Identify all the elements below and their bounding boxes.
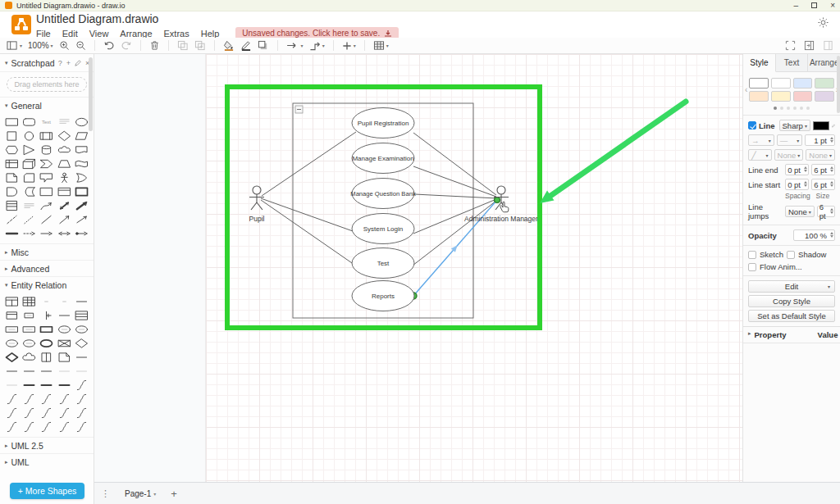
shape-er-scurve[interactable] <box>3 406 21 420</box>
shape-rounded-rectangle[interactable] <box>21 115 38 129</box>
shape-cube[interactable] <box>21 157 38 170</box>
shape-er-diamond[interactable] <box>73 336 90 350</box>
set-default-style-button[interactable]: Set as Default Style <box>748 310 835 322</box>
scratchpad-header[interactable]: ▾ Scratchpad ? + × <box>0 54 94 72</box>
shape-er-scurve[interactable] <box>21 420 38 434</box>
shape-er-scurve[interactable] <box>73 392 90 406</box>
shape-triangle[interactable] <box>21 143 38 157</box>
section-misc[interactable]: ▸Misc <box>0 243 94 260</box>
shape-diag-arrow[interactable] <box>56 212 73 226</box>
shape-er-scurve[interactable] <box>38 420 55 434</box>
shape-er-scurve[interactable] <box>73 406 90 420</box>
style-preset-swatch[interactable] <box>793 91 813 102</box>
shape-dotted-line[interactable] <box>21 212 38 226</box>
scratchpad-add-icon[interactable]: + <box>66 59 71 67</box>
view-panels-button[interactable]: ▾ <box>7 40 22 51</box>
edge-admin-questionbank[interactable] <box>414 194 497 198</box>
shape-er-note[interactable] <box>56 350 73 364</box>
shape-list[interactable] <box>3 198 21 212</box>
waypoint-none-dropdown[interactable]: None▾ <box>774 149 804 161</box>
shape-er-hline-faint[interactable] <box>3 378 21 392</box>
maximize-button[interactable] <box>811 2 817 8</box>
shape-er-hline[interactable] <box>56 308 73 322</box>
shape-arrow-dot[interactable] <box>73 226 90 240</box>
line-color-edit-icon[interactable] <box>832 122 835 129</box>
shape-cloud[interactable] <box>56 143 73 157</box>
shape-er-scurve[interactable] <box>56 420 73 434</box>
shape-er-hline[interactable] <box>73 350 90 364</box>
copy-button[interactable] <box>177 40 189 51</box>
shape-er-dash[interactable] <box>38 294 55 308</box>
shape-text[interactable]: Text <box>38 115 55 129</box>
usecase-manage-question-bank[interactable]: Manage Question Bank <box>350 179 416 209</box>
shape-er-ellipse-bold[interactable] <box>38 336 55 350</box>
shape-circle[interactable] <box>21 129 38 143</box>
shape-thin-line[interactable] <box>38 212 55 226</box>
style-preset-swatch[interactable] <box>793 78 813 89</box>
section-general[interactable]: ▾General <box>0 97 94 113</box>
shape-er-scurve[interactable] <box>3 392 21 406</box>
section-advanced[interactable]: ▸Advanced <box>0 260 94 276</box>
shape-er-scurve[interactable] <box>38 392 55 406</box>
flow-animation-checkbox[interactable] <box>748 263 756 271</box>
edge-pupil-test[interactable] <box>261 200 354 265</box>
shape-er-hline[interactable] <box>3 364 21 378</box>
theme-toggle-icon[interactable] <box>818 16 829 31</box>
zoom-out-button[interactable] <box>75 40 86 51</box>
opacity-spinner[interactable]: 100 % <box>793 229 835 241</box>
section-uml25[interactable]: ▸UML 2.5 <box>0 437 94 453</box>
menu-extras[interactable]: Extras <box>164 29 189 39</box>
shape-dotted-arrow[interactable] <box>21 226 38 240</box>
shape-container-title[interactable] <box>56 184 73 198</box>
section-uml[interactable]: ▸UML <box>0 453 94 470</box>
section-entity-relation[interactable]: ▾Entity Relation <box>0 276 94 293</box>
style-preset-swatch[interactable] <box>771 91 791 102</box>
shape-er-hline-bold[interactable] <box>56 378 73 392</box>
actor-pupil[interactable]: Pupil <box>249 186 265 223</box>
edge-pupil-registration[interactable] <box>262 132 356 196</box>
duplicate-button[interactable] <box>194 40 206 51</box>
scratchpad-edit-icon[interactable] <box>75 60 81 66</box>
shape-arrow-thick[interactable] <box>73 198 90 212</box>
edge-admin-examination[interactable] <box>413 166 496 197</box>
page-dot[interactable] <box>787 107 790 110</box>
shape-er-scurve[interactable] <box>21 392 38 406</box>
shape-square[interactable] <box>3 129 21 143</box>
shape-er-table-grid[interactable] <box>21 294 38 308</box>
shape-tape[interactable] <box>73 157 90 170</box>
shape-er-table-small[interactable] <box>3 308 21 322</box>
shape-hexagon[interactable] <box>3 143 21 157</box>
page-dot[interactable] <box>800 107 803 110</box>
delete-button[interactable] <box>149 40 160 51</box>
sketch-checkbox[interactable] <box>748 251 756 259</box>
line-start-spacing-spinner[interactable]: 0 pt <box>785 179 809 190</box>
property-table-header[interactable]: ▸ Property Value <box>743 326 840 343</box>
shape-er-table-rows[interactable] <box>73 308 90 322</box>
shape-dashed-line[interactable] <box>3 212 21 226</box>
shape-step[interactable] <box>38 157 55 170</box>
shape-rectangle[interactable] <box>3 115 21 129</box>
page-tab[interactable]: Page-1 ▾ <box>118 487 162 501</box>
collapse-toggle-icon[interactable] <box>295 106 303 113</box>
perimeter-none-dropdown[interactable]: None▾ <box>806 149 835 161</box>
shape-and[interactable] <box>3 184 21 198</box>
shape-er-ellipse-label[interactable] <box>21 336 38 350</box>
line-start-size-spinner[interactable]: 6 pt <box>811 179 835 190</box>
connection-style-dropdown[interactable]: ▾ <box>286 41 304 50</box>
format-panel-toggle-button[interactable] <box>823 40 833 51</box>
format-panel-scrollbar[interactable] <box>837 56 840 113</box>
shape-diag-arrow-2[interactable] <box>73 212 90 226</box>
shape-er-diamond-bold[interactable] <box>3 350 21 364</box>
presets-prev-icon[interactable]: ‹ <box>745 85 747 94</box>
shape-er-scurve[interactable] <box>56 392 73 406</box>
line-checkbox[interactable] <box>748 121 756 129</box>
style-preset-swatch[interactable] <box>749 78 769 89</box>
shape-er-hline-bold[interactable] <box>21 378 38 392</box>
shape-er-table[interactable] <box>3 294 21 308</box>
redo-button[interactable] <box>121 40 132 51</box>
usecase-test[interactable]: Test <box>352 248 414 279</box>
shape-cylinder[interactable] <box>38 143 55 157</box>
drawing-canvas[interactable]: Pupil Registration Manage Examination Ma… <box>94 54 742 482</box>
actor-administration-manager[interactable]: Administration Manager <box>464 186 538 223</box>
line-jumps-dropdown[interactable]: None▾ <box>785 206 815 217</box>
